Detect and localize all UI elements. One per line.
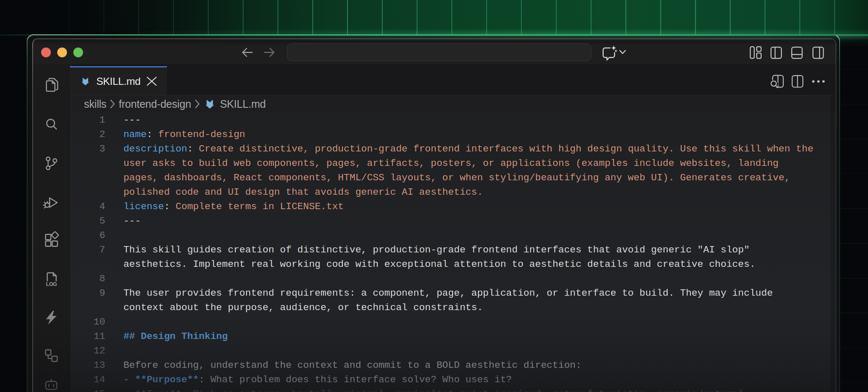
svg-text:LOG: LOG — [46, 281, 57, 287]
